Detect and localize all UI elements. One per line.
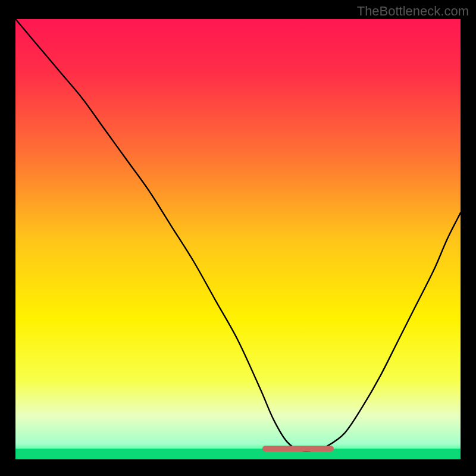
chart-curve [15,19,461,459]
chart-frame [15,19,461,459]
curve-path [15,19,461,452]
base-marker [262,446,334,452]
watermark-text: TheBottleneck.com [357,4,469,19]
